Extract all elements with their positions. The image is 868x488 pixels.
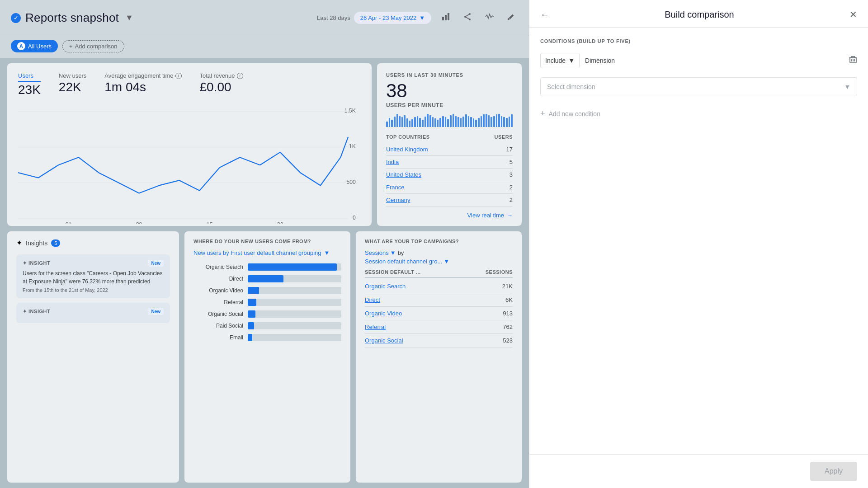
- dimension-select[interactable]: Select dimension ▼: [540, 77, 857, 96]
- chevron-down-icon: ▼: [568, 57, 575, 64]
- bar-label: Organic Social: [193, 311, 243, 317]
- users-column-label: USERS: [495, 134, 513, 140]
- mini-bar: [437, 120, 439, 127]
- new-users-subtitle[interactable]: New users by First user default channel …: [193, 249, 341, 256]
- bar-label: Paid Social: [193, 323, 243, 329]
- users-metric: Users 23K: [18, 72, 41, 97]
- svg-text:15: 15: [207, 221, 213, 224]
- campaign-name[interactable]: Organic Social: [365, 337, 403, 344]
- panel-footer: Apply: [529, 454, 868, 488]
- country-name[interactable]: United Kingdom: [386, 146, 428, 153]
- panel-body: CONDITIONS (BUILD UP TO FIVE) Include ▼ …: [529, 28, 868, 454]
- insights-list: ✦ INSIGHT New Users for the screen class…: [16, 254, 170, 328]
- panel-back-button[interactable]: ←: [540, 9, 549, 20]
- bar-label: Direct: [193, 276, 243, 282]
- chevron-down-icon: ▼: [419, 14, 425, 21]
- mini-bar: [498, 114, 500, 127]
- title-dropdown-button[interactable]: ▼: [123, 12, 135, 23]
- mini-bar: [404, 115, 406, 127]
- include-dropdown[interactable]: Include ▼: [540, 53, 580, 68]
- campaign-value: 21K: [502, 283, 513, 290]
- delete-condition-button[interactable]: [849, 56, 857, 66]
- check-icon: ✓: [11, 13, 21, 23]
- realtime-bar-chart: [386, 114, 513, 127]
- add-condition-button[interactable]: + Add new condition: [540, 105, 600, 122]
- mini-bar: [442, 116, 444, 127]
- plus-icon: +: [540, 109, 545, 118]
- insight-label: ✦ INSIGHT: [23, 260, 50, 266]
- mini-bar: [450, 115, 452, 127]
- dashboard: Users 23K New users 22K Average engageme…: [0, 58, 529, 488]
- total-revenue-label: Total revenue i: [200, 72, 243, 79]
- share-icon-button[interactable]: [460, 9, 475, 26]
- chart-icon-button[interactable]: [439, 9, 453, 26]
- bar-fill: [248, 299, 256, 306]
- bar-track: [248, 322, 341, 329]
- new-badge: New: [148, 308, 164, 315]
- country-row: United States3: [386, 169, 513, 181]
- users-value: 23K: [18, 83, 41, 97]
- bar-track: [248, 334, 341, 341]
- country-name[interactable]: United States: [386, 171, 421, 178]
- apply-button[interactable]: Apply: [810, 462, 857, 481]
- mini-bar: [478, 118, 480, 127]
- edit-icon-button[interactable]: [504, 9, 518, 26]
- campaign-value: 6K: [505, 296, 513, 303]
- bar-fill: [248, 287, 259, 294]
- bar-track: [248, 263, 341, 271]
- horizontal-bar-row: Paid Social: [193, 322, 341, 329]
- country-count: 5: [509, 159, 513, 165]
- campaign-name[interactable]: Organic Video: [365, 310, 402, 317]
- new-users-metric: New users 22K: [59, 72, 86, 97]
- insights-card: ✦ Insights 5 ✦ INSIGHT New Users for the…: [7, 231, 179, 483]
- campaigns-by-channel: Session default channel gro... ▼: [365, 258, 513, 265]
- mini-bar: [509, 117, 510, 127]
- mini-bar: [491, 117, 492, 127]
- bottom-row: ✦ Insights 5 ✦ INSIGHT New Users for the…: [7, 231, 522, 483]
- horizontal-bar-row: Email: [193, 334, 341, 341]
- country-count: 3: [509, 171, 513, 178]
- country-name[interactable]: India: [386, 159, 399, 165]
- share-icon: [463, 12, 472, 21]
- campaign-name[interactable]: Organic Search: [365, 283, 406, 290]
- activity-icon-button[interactable]: [482, 9, 496, 26]
- campaign-name[interactable]: Referral: [365, 324, 386, 330]
- new-users-label: New users: [59, 72, 86, 79]
- country-name[interactable]: Germany: [386, 197, 410, 203]
- plus-icon: +: [69, 43, 73, 50]
- country-count: 2: [509, 197, 513, 203]
- country-row: France2: [386, 181, 513, 194]
- add-comparison-button[interactable]: + Add comparison: [62, 40, 124, 52]
- all-users-badge[interactable]: A All Users: [11, 40, 58, 52]
- channel-dropdown[interactable]: Session default channel gro... ▼: [365, 258, 449, 265]
- date-range-button[interactable]: 26 Apr - 23 May 2022 ▼: [354, 12, 431, 24]
- top-countries-header: TOP COUNTRIES USERS: [386, 134, 513, 140]
- country-count: 17: [506, 146, 513, 153]
- new-users-section-title: WHERE DO YOUR NEW USERS COME FROM?: [193, 239, 341, 244]
- right-panel: ← Build comparison ✕ CONDITIONS (BUILD U…: [529, 0, 868, 488]
- horizontal-bar-row: Direct: [193, 275, 341, 282]
- mini-bar: [401, 117, 403, 127]
- total-revenue-value: £0.00: [200, 80, 243, 94]
- mini-bar: [462, 117, 464, 127]
- country-row: Germany2: [386, 194, 513, 206]
- campaign-name[interactable]: Direct: [365, 296, 380, 303]
- total-revenue-metric: Total revenue i £0.00: [200, 72, 243, 97]
- mini-bar: [503, 117, 505, 127]
- sessions-dropdown[interactable]: Sessions ▼: [365, 249, 396, 256]
- mini-bar: [439, 118, 441, 127]
- mini-bar: [475, 120, 477, 127]
- new-users-value: 22K: [59, 80, 86, 94]
- campaign-row: Organic Video913: [365, 307, 513, 320]
- by-label: by: [398, 249, 404, 256]
- svg-rect-1: [445, 15, 447, 20]
- mini-bar: [447, 119, 449, 127]
- country-name[interactable]: France: [386, 184, 404, 191]
- mini-bar: [445, 117, 447, 127]
- campaign-row: Direct6K: [365, 293, 513, 307]
- panel-close-button[interactable]: ✕: [849, 9, 857, 20]
- bar-track: [248, 287, 341, 294]
- view-realtime-button[interactable]: View real time →: [467, 212, 513, 219]
- total-revenue-info-icon[interactable]: i: [237, 73, 243, 79]
- avg-engagement-info-icon[interactable]: i: [175, 73, 182, 79]
